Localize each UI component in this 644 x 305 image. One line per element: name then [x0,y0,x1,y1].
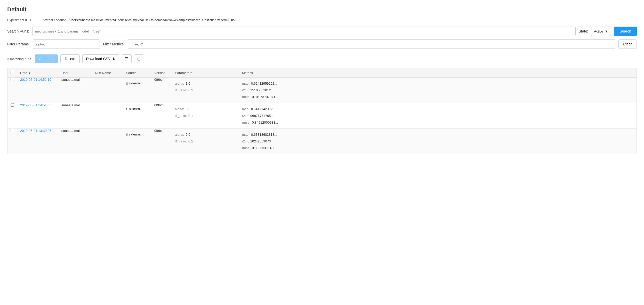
filter-row: Filter Params: Filter Metrics: Clear [7,39,637,49]
matching-runs-count: 3 matching runs [7,57,31,61]
col-header-user: User [58,68,92,78]
run-user: suneeta.mall [58,78,92,103]
meta-row: Experiment ID: 0 Artifact Location: /Use… [7,18,637,22]
page-title: Default [7,6,637,13]
table-row: 2019-05-01 14:52:10suneeta.mall⎗sklearn.… [7,78,637,103]
run-metrics: mae:0.64171420029...r2:0.06876771765...r… [242,103,633,129]
experiment-id: Experiment ID: 0 [7,18,32,22]
table-row: 2019-05-01 14:51:55suneeta.mall⎗sklearn.… [7,103,637,129]
run-user: suneeta.mall [58,129,92,154]
run-user: suneeta.mall [58,103,92,129]
row-checkbox[interactable] [11,78,14,81]
list-icon: ☰ [125,57,128,61]
col-header-run-name: Run Name [92,68,123,78]
search-runs-label: Search Runs: [7,29,29,33]
toolbar: 3 matching runs Compare Delete Download … [7,54,637,63]
col-header-source: Source [123,68,151,78]
run-source: ⎗sklearn... [126,78,148,85]
filter-params-input[interactable] [33,39,100,49]
run-metrics: mae:0.63318682318...r2:0.10242569073...r… [242,129,633,154]
run-name [92,129,123,154]
table-header-row: Date ▼ User Run Name Source Version Para… [7,68,637,78]
state-dropdown[interactable]: Active ▼ [591,27,611,36]
col-header-parameters: Parameters [172,68,239,78]
run-metrics: mae:0.62412959252...r2:0.15105362812...r… [242,78,633,103]
download-csv-button[interactable]: Download CSV ⬇ [82,54,119,63]
filter-metrics-input[interactable] [128,39,615,49]
state-label: State: [579,29,588,33]
run-name [92,103,123,129]
run-params: alpha:3.0l1_ratio:0.1 [175,103,236,122]
run-version: 0f9bcf [151,103,172,129]
download-icon: ⬇ [112,57,115,61]
run-params: alpha:1.0l1_ratio:0.1 [175,78,236,96]
folder-icon: ⎗ [126,132,128,136]
date-sort-arrow: ▼ [28,71,31,75]
col-header-metrics: Metrics [239,68,637,78]
run-source: ⎗sklearn... [126,129,148,136]
grid-icon: ⊞ [137,57,141,61]
search-input[interactable] [32,27,576,36]
run-version: 0f9bcf [151,129,172,154]
run-date-link[interactable]: 2019-05-01 14:52:10 [20,78,51,82]
col-header-check [7,68,17,78]
row-checkbox[interactable] [11,129,14,132]
clear-button[interactable]: Clear [618,39,637,49]
filter-metrics-label: Filter Metrics: [103,42,125,46]
list-view-button[interactable]: ☰ [122,54,132,63]
compare-button[interactable]: Compare [35,54,58,63]
run-date-link[interactable]: 2019-05-01 13:30:06 [20,129,51,133]
grid-view-button[interactable]: ⊞ [134,54,144,63]
runs-table: Date ▼ User Run Name Source Version Para… [7,68,637,154]
search-row: Search Runs: State: Active ▼ Search [7,27,637,36]
delete-button[interactable]: Delete [60,54,79,63]
run-date-link[interactable]: 2019-05-01 14:51:55 [20,103,51,107]
table-row: 2019-05-01 13:30:06suneeta.mall⎗sklearn.… [7,129,637,154]
run-params: alpha:2.0l1_ratio:0.1 [175,129,236,147]
run-version: 0f9bcf [151,78,172,103]
folder-icon: ⎗ [126,107,128,111]
run-name [92,78,123,103]
search-button[interactable]: Search [614,27,637,36]
col-header-version: Version [151,68,172,78]
artifact-location: Artifact Location: /Users/suneeta.mall/D… [43,18,237,22]
row-checkbox[interactable] [11,103,14,107]
filter-params-label: Filter Params: [7,42,30,46]
run-source: ⎗sklearn... [126,103,148,111]
select-all-checkbox[interactable] [11,71,14,74]
folder-icon: ⎗ [126,81,128,85]
col-header-date[interactable]: Date ▼ [17,68,58,78]
